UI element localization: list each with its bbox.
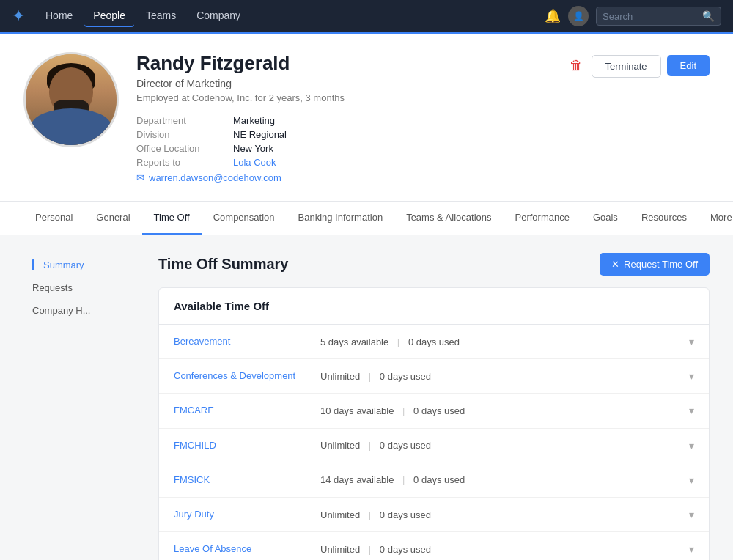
timeoff-type-fmcare: FMCARE (174, 404, 320, 417)
profile-name: Randy Fitzgerald (136, 52, 549, 75)
tab-personal[interactable]: Personal (23, 202, 84, 235)
profile-email[interactable]: ✉ warren.dawson@codehow.com (136, 172, 549, 183)
available-time-off-header: Available Time Off (159, 288, 709, 325)
search-input[interactable] (603, 11, 698, 22)
timeoff-row-fmchild[interactable]: FMCHILD Unlimited | 0 days used ▾ (159, 429, 709, 463)
profile-info: Randy Fitzgerald Director of Marketing E… (136, 52, 549, 183)
timeoff-row-fmsick[interactable]: FMSICK 14 days available | 0 days used ▾ (159, 463, 709, 498)
timeoff-type-jury-duty: Jury Duty (174, 508, 320, 521)
chevron-down-icon: ▾ (689, 509, 694, 520)
profile-details: Department Marketing Division NE Regiona… (136, 115, 549, 168)
timeoff-details-fmchild: Unlimited | 0 days used (320, 440, 689, 451)
tab-teams[interactable]: Teams & Allocations (394, 202, 503, 235)
tab-banking[interactable]: Banking Information (287, 202, 395, 235)
chevron-down-icon: ▾ (689, 543, 694, 555)
chevron-down-icon: ▾ (689, 440, 694, 452)
tab-resources[interactable]: Resources (630, 202, 699, 235)
profile-job-title: Director of Marketing (136, 78, 549, 89)
nav-links: Home People Teams Company (37, 5, 539, 27)
content-header: Time Off Summary ✕ Request Time Off (158, 253, 710, 276)
nav-right: 🔔 👤 🔍 (545, 6, 721, 26)
search-box: 🔍 (596, 7, 721, 26)
office-label: Office Location (136, 143, 224, 154)
timeoff-type-fmsick: FMSICK (174, 474, 320, 487)
timeoff-details-conferences: Unlimited | 0 days used (320, 371, 689, 382)
tab-general[interactable]: General (84, 202, 141, 235)
nav-people[interactable]: People (84, 5, 134, 27)
tab-performance[interactable]: Performance (503, 202, 581, 235)
timeoff-row-jury-duty[interactable]: Jury Duty Unlimited | 0 days used ▾ (159, 498, 709, 532)
sidebar-item-requests[interactable]: Requests (23, 276, 141, 299)
chevron-down-icon: ▾ (689, 474, 694, 486)
department-value: Marketing (233, 115, 549, 126)
chevron-down-icon: ▾ (689, 405, 694, 416)
profile-header: Randy Fitzgerald Director of Marketing E… (0, 34, 733, 202)
main-content: Summary Requests Company H... Time Off S… (0, 235, 733, 560)
reports-label: Reports to (136, 157, 224, 168)
delete-icon[interactable]: 🗑 (567, 55, 586, 76)
tab-time-off[interactable]: Time Off (142, 202, 202, 235)
timeoff-row-bereavement[interactable]: Bereavement 5 days available | 0 days us… (159, 325, 709, 359)
request-time-off-button[interactable]: ✕ Request Time Off (600, 253, 710, 276)
email-icon: ✉ (136, 172, 144, 183)
search-icon: 🔍 (702, 10, 715, 22)
edit-button[interactable]: Edit (667, 55, 710, 76)
timeoff-type-leave-of-absence: Leave Of Absence (174, 542, 320, 556)
terminate-button[interactable]: Terminate (592, 55, 661, 78)
content-area: Time Off Summary ✕ Request Time Off Avai… (158, 253, 710, 560)
sidebar-item-company-h[interactable]: Company H... (23, 299, 141, 322)
timeoff-row-fmcare[interactable]: FMCARE 10 days available | 0 days used ▾ (159, 394, 709, 428)
reports-value[interactable]: Lola Cook (233, 157, 549, 168)
timeoff-details-jury-duty: Unlimited | 0 days used (320, 509, 689, 520)
timeoff-details-fmcare: 10 days available | 0 days used (320, 405, 689, 416)
timeoff-type-conferences: Conferences & Development (174, 369, 320, 383)
chevron-down-icon: ▾ (689, 336, 694, 347)
timeoff-row-conferences[interactable]: Conferences & Development Unlimited | 0 … (159, 359, 709, 394)
chevron-down-icon: ▾ (689, 370, 694, 382)
nav-home[interactable]: Home (37, 5, 81, 27)
bell-icon[interactable]: 🔔 (545, 8, 561, 24)
plus-icon: ✕ (611, 259, 619, 270)
tab-goals[interactable]: Goals (581, 202, 630, 235)
nav-company[interactable]: Company (188, 5, 249, 27)
timeoff-row-leave-of-absence[interactable]: Leave Of Absence Unlimited | 0 days used… (159, 532, 709, 560)
timeoff-details-leave-of-absence: Unlimited | 0 days used (320, 544, 689, 555)
timeoff-type-fmchild: FMCHILD (174, 439, 320, 452)
division-value: NE Regional (233, 129, 549, 140)
tabs-bar: Personal General Time Off Compensation B… (0, 202, 733, 235)
timeoff-details-bereavement: 5 days available | 0 days used (320, 336, 689, 347)
sidebar: Summary Requests Company H... (23, 253, 141, 560)
profile-avatar (23, 52, 119, 147)
avatar[interactable]: 👤 (568, 6, 589, 26)
office-value: New York (233, 143, 549, 154)
timeoff-card: Available Time Off Bereavement 5 days av… (158, 287, 710, 560)
tab-compensation[interactable]: Compensation (202, 202, 287, 235)
logo-icon: ✦ (12, 7, 25, 26)
profile-actions: 🗑 Terminate Edit (567, 55, 710, 78)
navbar: ✦ Home People Teams Company 🔔 👤 🔍 (0, 0, 733, 32)
profile-employed-text: Employed at Codehow, Inc. for 2 years, 3… (136, 92, 549, 103)
sidebar-item-summary[interactable]: Summary (23, 253, 141, 276)
nav-teams[interactable]: Teams (137, 5, 185, 27)
timeoff-type-bereavement: Bereavement (174, 335, 320, 348)
tab-more[interactable]: More ▾ (699, 202, 733, 235)
content-title: Time Off Summary (158, 256, 288, 273)
department-label: Department (136, 115, 224, 126)
division-label: Division (136, 129, 224, 140)
timeoff-details-fmsick: 14 days available | 0 days used (320, 474, 689, 485)
